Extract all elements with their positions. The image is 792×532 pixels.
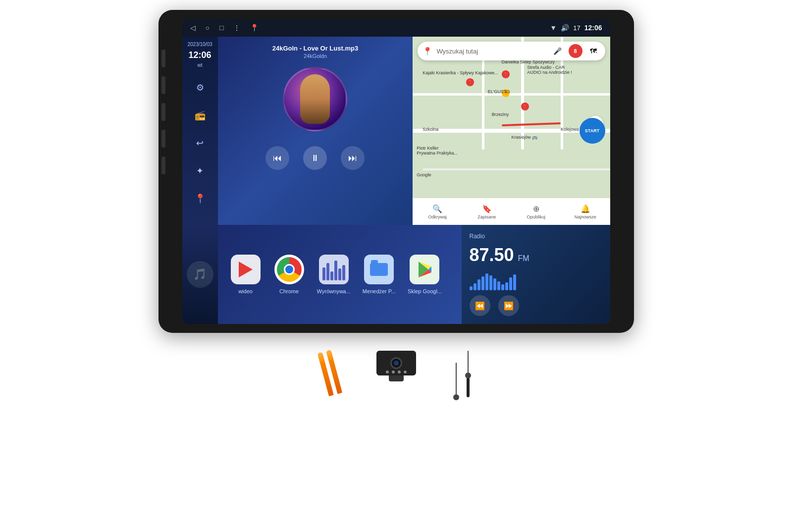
- map-pin-2: 📍: [502, 70, 510, 78]
- album-art-figure: [300, 74, 330, 124]
- radio-bar: [509, 277, 512, 290]
- radio-bar: [513, 274, 516, 290]
- map-start-button[interactable]: START: [580, 118, 605, 144]
- playstore-app-label: Sklep Googl...: [408, 288, 442, 294]
- back-nav-icon[interactable]: ◁: [190, 24, 196, 32]
- map-label-9: Piotr KellerPrywatna Praktyka...: [417, 146, 458, 156]
- map-panel: 📍 📍 📍 📍 Kajaki Krasierika - Spływy Kajak…: [413, 37, 610, 225]
- chrome-app-label: Chrome: [279, 288, 299, 294]
- radio-frequency-display: 87.50 FM: [470, 245, 602, 266]
- next-button[interactable]: ⏭: [341, 146, 365, 170]
- radio-next-button[interactable]: ⏩: [498, 295, 519, 316]
- map-label-8: Krasiejów 🚌: [511, 135, 537, 140]
- left-sidebar: 2023/10/03 12:06 wt ⚙ 📻 ↩ ✦ 📍: [182, 37, 218, 225]
- app-item-files[interactable]: Menedżer P...: [363, 255, 396, 294]
- radio-bar: [485, 273, 488, 290]
- camera-led-2: [392, 371, 395, 373]
- map-search-bar: 📍 Wyszukaj tutaj 🎤 8 🗺: [418, 42, 605, 60]
- menu-nav-icon[interactable]: ⋮: [233, 24, 240, 32]
- side-btn-1[interactable]: [161, 50, 165, 67]
- radio-bar: [474, 283, 476, 290]
- newest-label: Najnowsze: [575, 214, 596, 219]
- maps-logo-icon: 📍: [422, 47, 432, 56]
- side-btn-2[interactable]: [161, 76, 165, 94]
- home-nav-icon[interactable]: ○: [206, 24, 210, 32]
- map-notification-dot: 8: [569, 44, 582, 58]
- map-label-4: EL'GUSTO: [488, 89, 510, 94]
- volume-level: 17: [573, 24, 580, 32]
- map-mic-button[interactable]: 🎤: [551, 44, 565, 58]
- aux-jack: [467, 377, 470, 397]
- pause-button[interactable]: ⏸: [303, 146, 327, 170]
- radio-bar: [470, 286, 473, 290]
- map-nav-publish[interactable]: ⊕ Opublikuj: [511, 204, 561, 219]
- map-nav-discover[interactable]: 🔍 Odkrywaj: [413, 204, 462, 219]
- camera-body: [376, 351, 416, 375]
- radio-prev-button[interactable]: ⏪: [470, 295, 490, 316]
- status-bar-right: ▼ 🔊 17 12:06: [550, 24, 602, 32]
- trim-tools: [317, 350, 342, 396]
- top-row: 2023/10/03 12:06 wt ⚙ 📻 ↩ ✦ 📍 24kGoln - …: [182, 37, 610, 225]
- map-pin-1: 📍: [466, 78, 474, 86]
- earphone-bud-2: [465, 372, 471, 378]
- map-nav-newest[interactable]: 🔔 Najnowsze: [561, 204, 610, 219]
- status-time: 12:06: [584, 24, 602, 32]
- backup-camera-item: [376, 351, 416, 381]
- saved-label: Zapisane: [477, 214, 496, 219]
- saved-icon: 🔖: [482, 204, 492, 213]
- playstore-app-icon: [410, 255, 439, 284]
- video-app-icon: [231, 255, 261, 284]
- main-area: 2023/10/03 12:06 wt ⚙ 📻 ↩ ✦ 📍 24kGoln - …: [182, 37, 610, 324]
- camera-led-4: [404, 371, 407, 373]
- side-btn-3[interactable]: [161, 103, 165, 121]
- app-item-eq[interactable]: Wyrównywa...: [317, 255, 351, 294]
- play-triangle-icon: [239, 262, 253, 277]
- publish-label: Opublikuj: [527, 214, 545, 219]
- chrome-app-icon: [274, 255, 304, 284]
- maps-nav-icon[interactable]: 📍: [250, 24, 259, 32]
- sidebar-date: 2023/10/03: [187, 42, 212, 47]
- sidebar-bluetooth-btn[interactable]: ✦: [189, 160, 211, 182]
- app-grid: wideo Chrome: [230, 255, 450, 294]
- sidebar-clock: 12:06: [188, 50, 211, 60]
- sidebar-back-btn[interactable]: ↩: [189, 132, 211, 154]
- recent-nav-icon[interactable]: □: [219, 24, 223, 32]
- publish-icon: ⊕: [533, 204, 539, 213]
- radio-controls: ⏪ ⏩: [470, 295, 602, 316]
- radio-bar: [493, 278, 496, 290]
- status-bar: ◁ ○ □ ⋮ 📍 ▼ 🔊 17 12:06: [182, 19, 610, 37]
- radio-bar: [477, 279, 480, 290]
- map-nav-saved[interactable]: 🔖 Zapisane: [462, 204, 512, 219]
- accessories-section: [323, 351, 470, 397]
- app-item-playstore[interactable]: Sklep Googl...: [408, 255, 442, 294]
- camera-led-3: [398, 371, 401, 373]
- sidebar-settings-btn[interactable]: ⚙: [189, 77, 211, 99]
- app-item-chrome[interactable]: Chrome: [273, 255, 305, 294]
- radio-bar: [505, 282, 508, 290]
- google-label: Google: [417, 172, 431, 177]
- newest-icon: 🔔: [581, 204, 590, 213]
- map-pin-3: 📍: [521, 103, 529, 110]
- map-layers-button[interactable]: 🗺: [586, 44, 600, 58]
- eq-app-label: Wyrównywa...: [317, 288, 351, 294]
- music-player: 24kGoln - Love Or Lust.mp3 24kGoldn ⏮ ⏸ …: [218, 37, 413, 225]
- map-search-placeholder[interactable]: Wyszukaj tutaj: [436, 48, 546, 55]
- chrome-inner-icon: [284, 264, 295, 275]
- track-artist: 24kGoldn: [304, 53, 327, 59]
- camera-led-1: [386, 371, 389, 373]
- map-label-5: Brzeziny: [492, 112, 509, 117]
- sidebar-radio-btn[interactable]: 📻: [189, 105, 211, 126]
- side-btn-5[interactable]: [161, 157, 165, 174]
- side-btn-4[interactable]: [161, 130, 165, 148]
- sidebar-location-btn[interactable]: 📍: [189, 188, 211, 210]
- radio-label: Radio: [470, 233, 602, 240]
- bottom-music-section: 🎵: [182, 225, 218, 324]
- app-item-video[interactable]: wideo: [230, 255, 262, 294]
- app-launcher: wideo Chrome: [218, 225, 462, 324]
- trim-tools-item: [323, 351, 337, 395]
- discover-icon: 🔍: [432, 204, 442, 213]
- radio-panel: Radio 87.50 FM ⏪ ⏩: [462, 225, 610, 324]
- prev-button[interactable]: ⏮: [265, 146, 289, 170]
- music-equalizer-icon[interactable]: 🎵: [187, 261, 213, 288]
- map-label-7: Kolejowa: [561, 127, 579, 132]
